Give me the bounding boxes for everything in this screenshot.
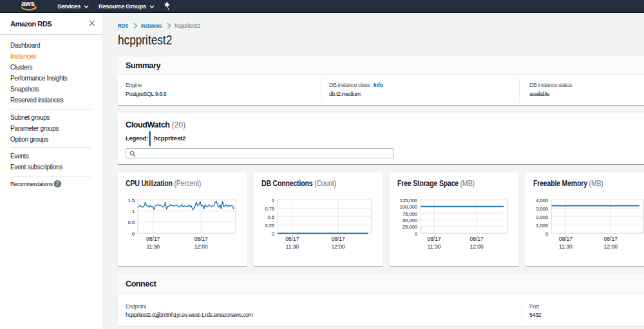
svg-text:25,000: 25,000 <box>402 224 418 230</box>
svg-text:0: 0 <box>545 231 549 237</box>
svg-text:08/17: 08/17 <box>332 236 346 242</box>
svg-text:11:30: 11:30 <box>146 243 160 250</box>
svg-text:08/17: 08/17 <box>604 236 618 242</box>
svg-text:100,000: 100,000 <box>399 204 417 210</box>
svg-text:0.75: 0.75 <box>265 206 275 212</box>
svg-text:08/17: 08/17 <box>285 236 299 242</box>
svg-text:08/17: 08/17 <box>469 236 484 242</box>
svg-text:2,000: 2,000 <box>536 214 549 220</box>
svg-text:0: 0 <box>132 231 135 237</box>
svg-text:1.5: 1.5 <box>128 198 135 203</box>
svg-text:12:00: 12:00 <box>194 243 208 250</box>
svg-text:0: 0 <box>272 231 275 237</box>
svg-text:11:30: 11:30 <box>428 243 441 250</box>
svg-text:75,000: 75,000 <box>402 211 418 217</box>
svg-text:1,000: 1,000 <box>536 223 549 229</box>
svg-text:08/17: 08/17 <box>559 236 573 242</box>
svg-text:11:30: 11:30 <box>285 243 299 250</box>
svg-text:12:00: 12:00 <box>332 243 346 250</box>
svg-text:12:00: 12:00 <box>469 243 484 250</box>
svg-text:50,000: 50,000 <box>402 218 418 223</box>
svg-text:1: 1 <box>132 209 135 214</box>
svg-text:0.25: 0.25 <box>265 223 275 229</box>
svg-text:aws: aws <box>21 1 35 8</box>
svg-text:12:00: 12:00 <box>604 243 618 250</box>
svg-text:0.5: 0.5 <box>267 214 274 220</box>
svg-text:125,000: 125,000 <box>399 198 417 203</box>
svg-text:08/17: 08/17 <box>146 236 160 242</box>
svg-text:4,000: 4,000 <box>536 198 549 203</box>
svg-text:11:30: 11:30 <box>559 243 573 250</box>
svg-text:0: 0 <box>415 231 418 237</box>
svg-text:1: 1 <box>272 198 275 203</box>
svg-text:08/17: 08/17 <box>427 236 441 242</box>
svg-text:08/17: 08/17 <box>194 236 208 242</box>
svg-text:3,000: 3,000 <box>536 206 549 212</box>
svg-text:0.5: 0.5 <box>128 220 135 225</box>
